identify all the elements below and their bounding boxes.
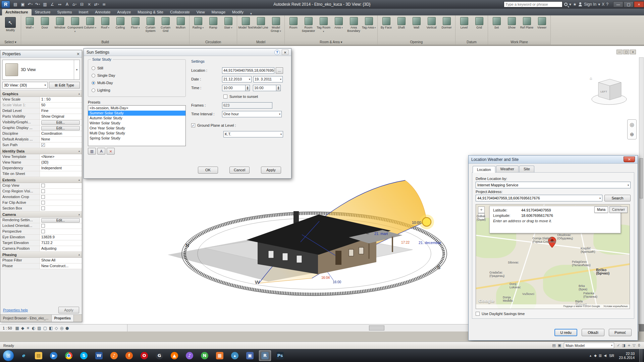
radio-single-day[interactable]: Single Day bbox=[92, 72, 182, 79]
preset-item-multi-day-solar-study[interactable]: Multi Day Solar Study bbox=[88, 131, 185, 136]
editable-only-icon[interactable]: ✓ bbox=[617, 343, 620, 348]
close-hidden-windows-icon[interactable]: × bbox=[86, 1, 93, 8]
taskbar-opera[interactable]: O bbox=[138, 350, 150, 361]
ribbon-button-grid[interactable]: Grid bbox=[472, 16, 487, 29]
map-type-button[interactable]: Мапа bbox=[594, 206, 608, 213]
close-icon[interactable]: × bbox=[76, 52, 80, 56]
preset-item-in-session-multi-day[interactable]: <In-session, Multi-Day> bbox=[88, 106, 185, 111]
property-value[interactable] bbox=[40, 194, 82, 200]
tab-view[interactable]: View bbox=[193, 9, 208, 15]
taskbar-itunes[interactable]: ♪ bbox=[183, 350, 196, 361]
show-hidden-icons-button[interactable]: ▴ bbox=[590, 354, 591, 357]
duplicate-preset-button[interactable]: ▥ bbox=[88, 148, 96, 155]
ribbon-button-mullion[interactable]: Mullion bbox=[173, 16, 188, 29]
ribbon-button-ceiling[interactable]: Ceiling bbox=[113, 16, 128, 29]
ok-button[interactable]: U redu bbox=[554, 329, 577, 336]
apply-button[interactable]: Apply bbox=[58, 307, 79, 313]
ribbon-button-curtain-system[interactable]: Curtain System bbox=[143, 16, 158, 33]
ribbon-button-shaft[interactable]: Shaft bbox=[394, 16, 409, 29]
end-date-picker[interactable]: 19. 3.2011▾ bbox=[253, 76, 283, 82]
section-header-camera[interactable]: Camera▴ bbox=[0, 212, 82, 218]
property-value[interactable]: 13828.9 bbox=[40, 235, 82, 240]
taskbar-word[interactable]: W bbox=[93, 350, 105, 361]
delete-preset-button[interactable]: × bbox=[107, 148, 115, 155]
sign-in-label[interactable]: Sign In bbox=[584, 2, 596, 7]
press-drag-icon[interactable]: + bbox=[628, 343, 631, 348]
property-value[interactable]: Edit... bbox=[40, 218, 82, 223]
tab-structure[interactable]: Structure bbox=[32, 9, 54, 15]
properties-help-link[interactable]: Properties help bbox=[3, 308, 28, 312]
ribbon-button-level[interactable]: Level bbox=[457, 16, 472, 29]
taskbar-usb-safely-remove[interactable]: ▴ bbox=[229, 350, 241, 361]
radio-still[interactable]: Still bbox=[92, 64, 182, 72]
property-value[interactable]: {3D} bbox=[40, 160, 82, 165]
maximize-window-icon[interactable]: ▢ bbox=[624, 1, 634, 7]
project-address-combo[interactable]: 44,917049407959,18,6067695617676▾ bbox=[476, 195, 602, 201]
taskbar-vlc[interactable]: ▲ bbox=[168, 350, 180, 361]
start-date-picker[interactable]: 21.12.2010▾ bbox=[222, 76, 252, 82]
preset-item-winter-solar-study[interactable]: Winter Solar Study bbox=[88, 121, 185, 126]
open-icon[interactable]: ▤ bbox=[12, 1, 19, 8]
save-icon[interactable]: ▣ bbox=[19, 1, 26, 8]
search-icon[interactable] bbox=[564, 3, 568, 6]
map-terms-link[interactable]: Услови коришћења bbox=[603, 305, 628, 309]
end-time-input[interactable]: 16:00 bbox=[253, 85, 276, 91]
property-value[interactable] bbox=[40, 171, 82, 177]
favorites-star-icon[interactable]: ★ bbox=[573, 2, 577, 7]
view-minimize-icon[interactable]: — bbox=[616, 50, 623, 54]
crop-view-checkbox[interactable] bbox=[41, 184, 45, 187]
revit-app-menu-button[interactable]: R bbox=[1, 1, 10, 8]
property-value[interactable] bbox=[40, 229, 82, 234]
property-value[interactable] bbox=[40, 189, 82, 194]
ribbon-button-component[interactable]: Component ▾ bbox=[67, 16, 83, 33]
ribbon-button-curtain-grid[interactable]: Curtain Grid bbox=[158, 16, 173, 33]
tab-analyze[interactable]: Analyze bbox=[114, 9, 134, 15]
help-button[interactable]: Pomoć bbox=[609, 329, 632, 336]
lock-view-icon[interactable]: ◇ bbox=[55, 326, 58, 330]
taskbar-gom-player[interactable]: G bbox=[153, 350, 165, 361]
ribbon-button-area[interactable]: Area ▾ bbox=[331, 16, 346, 29]
tab-architecture[interactable]: Architecture bbox=[2, 9, 32, 15]
taskbar-internet-explorer[interactable]: e bbox=[17, 350, 30, 361]
ribbon-button-tag-room[interactable]: Tag Room ▾ bbox=[316, 16, 331, 33]
ribbon-button-railing[interactable]: Railing ▾ bbox=[191, 16, 206, 29]
end-time-spinner[interactable]: ▲▼ bbox=[276, 85, 281, 91]
taskbar-office[interactable]: ▦ bbox=[214, 350, 226, 361]
close-window-icon[interactable]: × bbox=[634, 1, 644, 7]
shadows-icon[interactable]: ◐ bbox=[32, 326, 35, 330]
property-value[interactable]: Adjusting bbox=[40, 246, 82, 251]
apply-button[interactable]: Apply bbox=[261, 167, 281, 174]
browse-location-button[interactable]: ... bbox=[276, 67, 283, 74]
ribbon-button-modify[interactable]: ↖Modify bbox=[1, 16, 20, 32]
property-value[interactable]: 1 : 50 bbox=[40, 97, 82, 102]
taskbar-chrome[interactable] bbox=[63, 350, 75, 361]
section-box-checkbox[interactable] bbox=[41, 206, 45, 210]
network-icon[interactable]: ▥ bbox=[599, 354, 602, 357]
measure-icon[interactable]: ∠ bbox=[49, 1, 56, 8]
close-icon[interactable]: × bbox=[624, 157, 635, 162]
help-icon[interactable]: ? bbox=[274, 50, 280, 55]
ribbon-button-ramp[interactable]: Ramp bbox=[206, 16, 221, 29]
ribbon-button-tag-area[interactable]: Tag Area ▾ bbox=[361, 16, 376, 29]
print-icon[interactable]: ▥ bbox=[42, 1, 48, 8]
taskbar-skype[interactable]: S bbox=[78, 350, 90, 361]
taskbar-firefox[interactable]: f bbox=[123, 350, 135, 361]
rendering-settin-edit-button[interactable]: Edit... bbox=[41, 218, 80, 223]
ribbon-button-wall[interactable]: Wall ▾ bbox=[22, 16, 37, 29]
ribbon-button-column[interactable]: Column ▾ bbox=[83, 16, 98, 29]
search-dropdown-icon[interactable]: ▾ bbox=[569, 2, 571, 7]
satellite-type-button[interactable]: Сателит bbox=[609, 206, 628, 213]
view-restore-icon[interactable]: ▢ bbox=[623, 50, 629, 54]
ribbon-button-room-separator[interactable]: Room Separator bbox=[301, 16, 316, 33]
property-value[interactable]: 7122.2 bbox=[40, 240, 82, 246]
tab-site[interactable]: Site bbox=[519, 166, 534, 172]
property-value[interactable]: <None> bbox=[40, 154, 82, 160]
taskbar-nero[interactable]: N bbox=[199, 350, 211, 361]
palette-tab-project-browser-etno-eko[interactable]: Project Browser - Etno_eko_... bbox=[0, 315, 52, 322]
ribbon-button-window[interactable]: Window bbox=[52, 16, 67, 29]
panel-label-room-area[interactable]: Room & Area ▾ bbox=[285, 40, 377, 45]
render-icon[interactable]: ▨ bbox=[37, 326, 41, 330]
location-input[interactable]: 44,917049407959,18,6067695617676 bbox=[222, 67, 274, 74]
preset-item-spring-solar-study[interactable]: Spring Solar Study bbox=[88, 136, 185, 141]
vertical-scrollbar-thumb[interactable] bbox=[640, 158, 643, 198]
